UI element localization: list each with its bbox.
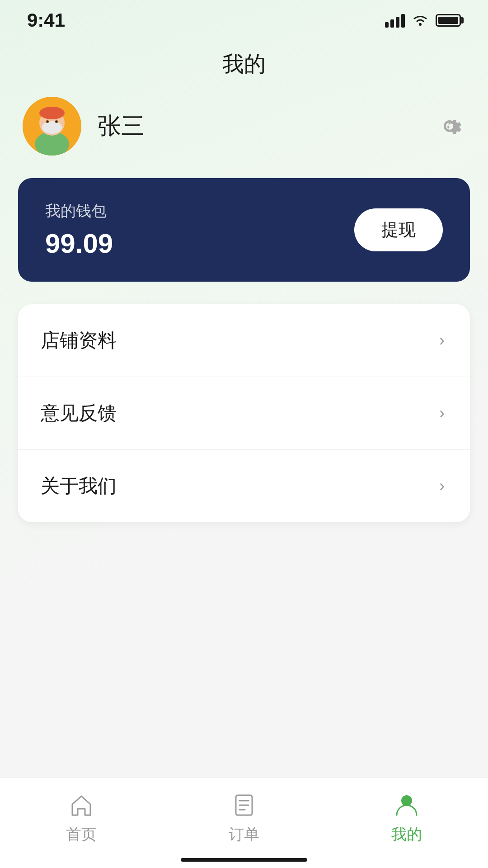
svg-point-12 xyxy=(401,795,412,806)
orders-icon xyxy=(230,792,258,819)
settings-icon[interactable] xyxy=(434,110,465,142)
svg-point-5 xyxy=(42,121,62,134)
signal-icon xyxy=(385,13,405,28)
nav-home-label: 首页 xyxy=(66,824,97,845)
menu-item-about-us-label: 关于我们 xyxy=(41,473,117,499)
chevron-right-icon: › xyxy=(436,404,447,422)
wifi-icon xyxy=(412,14,428,27)
page-title: 我的 xyxy=(0,36,488,97)
svg-point-4 xyxy=(39,107,65,119)
nav-orders-label: 订单 xyxy=(229,824,259,845)
nav-item-mine[interactable]: 我的 xyxy=(361,792,452,845)
profile-left: 张三 xyxy=(23,97,145,156)
svg-point-7 xyxy=(55,120,58,123)
mine-icon xyxy=(393,792,420,819)
status-icons xyxy=(385,13,461,28)
menu-item-store-info[interactable]: 店铺资料 › xyxy=(18,304,470,377)
chevron-right-icon: › xyxy=(436,331,447,349)
avatar xyxy=(23,97,81,156)
menu-item-feedback-label: 意见反馈 xyxy=(41,401,117,426)
svg-point-6 xyxy=(46,120,49,123)
nav-item-home[interactable]: 首页 xyxy=(36,792,127,845)
wallet-info: 我的钱包 99.09 xyxy=(45,201,113,259)
bottom-nav: 首页 订单 我的 xyxy=(0,778,488,868)
nav-mine-label: 我的 xyxy=(391,824,422,845)
wallet-card: 我的钱包 99.09 提现 xyxy=(18,178,470,282)
menu-list: 店铺资料 › 意见反馈 › 关于我们 › xyxy=(18,304,470,522)
status-bar: 9:41 xyxy=(0,0,488,36)
wallet-label: 我的钱包 xyxy=(45,201,113,222)
home-indicator xyxy=(181,858,307,862)
profile-section: 张三 xyxy=(0,97,488,156)
chevron-right-icon: › xyxy=(436,477,447,495)
nav-item-orders[interactable]: 订单 xyxy=(199,792,289,845)
wallet-amount: 99.09 xyxy=(45,228,113,259)
svg-point-0 xyxy=(419,23,422,26)
home-icon xyxy=(68,792,95,819)
username: 张三 xyxy=(98,110,145,142)
status-time: 9:41 xyxy=(27,9,65,31)
withdraw-button[interactable]: 提现 xyxy=(354,208,443,251)
menu-item-about-us[interactable]: 关于我们 › xyxy=(18,450,470,522)
menu-item-feedback[interactable]: 意见反馈 › xyxy=(18,377,470,450)
battery-icon xyxy=(436,14,461,27)
menu-item-store-info-label: 店铺资料 xyxy=(41,328,117,353)
